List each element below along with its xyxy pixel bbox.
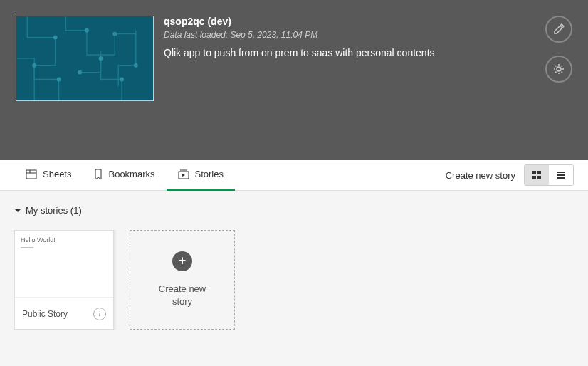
tab-sheets-label: Sheets — [43, 169, 71, 179]
stories-icon — [178, 169, 189, 179]
svg-rect-17 — [537, 171, 541, 174]
plus-icon: + — [172, 251, 192, 271]
create-story-card[interactable]: + Create newstory — [130, 230, 235, 330]
svg-point-1 — [53, 36, 58, 40]
pencil-icon — [553, 23, 565, 35]
app-title: qsop2qc (dev) — [164, 16, 531, 27]
svg-point-7 — [78, 70, 82, 75]
app-header: qsop2qc (dev) Data last loaded: Sep 5, 2… — [0, 0, 588, 160]
info-icon[interactable]: i — [93, 308, 106, 320]
list-icon — [556, 170, 566, 180]
create-story-link[interactable]: Create new story — [446, 170, 515, 181]
grid-icon — [532, 170, 542, 180]
view-toggle — [524, 164, 574, 186]
svg-point-6 — [120, 78, 124, 82]
svg-point-8 — [134, 63, 138, 68]
bookmark-icon — [94, 169, 103, 180]
thumbnail-pattern-icon — [16, 16, 153, 100]
svg-point-3 — [85, 28, 89, 33]
content-area: My stories (1) Hello World! ——— Public S… — [0, 191, 588, 366]
tab-stories-label: Stories — [195, 169, 224, 179]
app-thumbnail — [16, 16, 154, 101]
preview-text: Hello World! — [21, 236, 107, 244]
svg-rect-19 — [537, 176, 541, 179]
app-meta: Data last loaded: Sep 5, 2023, 11:04 PM — [164, 30, 531, 40]
tabs-row: Sheets Bookmarks Stories Create new stor… — [0, 160, 588, 191]
svg-rect-11 — [26, 170, 36, 179]
svg-rect-18 — [532, 176, 536, 179]
edit-button[interactable] — [545, 16, 572, 43]
svg-point-2 — [32, 63, 36, 68]
preview-sub: ——— — [21, 245, 107, 249]
app-description: Qlik app to push from on prem to saas wi… — [164, 47, 531, 58]
grid-view-button[interactable] — [525, 165, 549, 185]
settings-button[interactable] — [545, 56, 572, 83]
story-title: Public Story — [22, 309, 68, 319]
sheets-icon — [26, 169, 37, 179]
svg-rect-0 — [17, 16, 153, 100]
app-info: qsop2qc (dev) Data last loaded: Sep 5, 2… — [164, 16, 531, 58]
chevron-down-icon — [14, 207, 21, 214]
svg-point-10 — [557, 67, 561, 71]
story-footer: Public Story i — [15, 298, 113, 330]
svg-point-4 — [112, 32, 117, 36]
tab-bookmarks-label: Bookmarks — [108, 169, 154, 179]
tab-stories[interactable]: Stories — [167, 160, 235, 191]
story-preview: Hello World! ——— — [15, 231, 113, 298]
cards-row: Hello World! ——— Public Story i + Create… — [14, 230, 574, 330]
story-card[interactable]: Hello World! ——— Public Story i — [14, 230, 114, 330]
tab-sheets[interactable]: Sheets — [14, 160, 83, 191]
list-view-button[interactable] — [549, 165, 573, 185]
svg-rect-16 — [532, 171, 536, 174]
create-card-label: Create newstory — [159, 283, 206, 308]
svg-point-9 — [99, 56, 103, 61]
gear-icon — [552, 63, 565, 75]
tab-bookmarks[interactable]: Bookmarks — [83, 160, 166, 191]
svg-point-5 — [57, 78, 61, 82]
section-title: My stories (1) — [26, 205, 82, 216]
section-header[interactable]: My stories (1) — [14, 205, 574, 216]
